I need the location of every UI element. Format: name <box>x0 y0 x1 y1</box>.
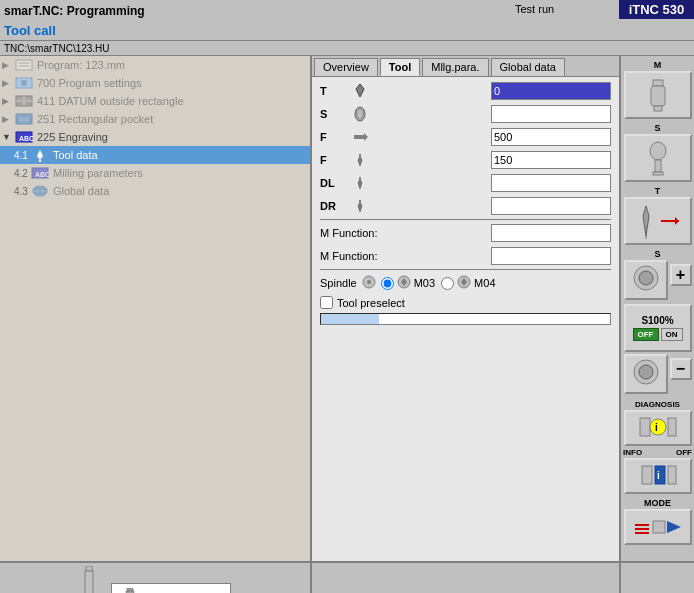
spindle-radio-m03: M03 <box>381 274 435 292</box>
tool-preselect-label: Tool preselect <box>337 297 405 309</box>
tool-preselect-checkbox[interactable] <box>320 296 333 309</box>
s-label: S <box>320 108 350 120</box>
tree-item-0[interactable]: ▶ Program: 123.mm <box>0 56 310 74</box>
s-button[interactable] <box>624 134 692 182</box>
tree-item-1[interactable]: ▶ 700 Program settings <box>0 74 310 92</box>
spindle-m03-radio[interactable] <box>381 277 394 290</box>
on-button[interactable]: ON <box>661 328 683 341</box>
m-func2-row: M Function: <box>320 246 611 266</box>
tree-icon-pocket <box>14 111 34 127</box>
spindle-label: Spindle <box>320 277 357 289</box>
svg-rect-62 <box>85 571 93 593</box>
m-func2-input[interactable] <box>491 247 611 265</box>
svg-rect-59 <box>653 521 665 533</box>
tree-item-3[interactable]: ▶ 251 Rectangular pocket <box>0 110 310 128</box>
f1-row: F 500 <box>320 127 611 147</box>
svg-marker-40 <box>643 206 649 236</box>
dr-row: DR <box>320 196 611 216</box>
s2-button[interactable] <box>624 260 668 300</box>
m-func1-label: M Function: <box>320 227 377 239</box>
tree-icon-settings <box>14 75 34 91</box>
tree-icon-abc-4: ABC <box>14 129 34 145</box>
svg-rect-39 <box>653 172 663 175</box>
tool-card-icon <box>120 588 140 594</box>
tree-label-3: 251 Rectangular pocket <box>37 113 153 125</box>
mode-button[interactable] <box>624 509 692 545</box>
svg-marker-23 <box>364 133 368 141</box>
tree-icon-lines <box>14 57 34 73</box>
progress-fill <box>321 314 379 324</box>
svg-rect-9 <box>19 117 29 122</box>
tool-preselect-row: Tool preselect <box>320 296 611 309</box>
tab-overview[interactable]: Overview <box>314 58 378 76</box>
tree-label-4-1: Tool data <box>53 149 98 161</box>
speed-label: S100% <box>641 315 673 326</box>
tree-label-2: 411 DATUM outside rectangle <box>37 95 184 107</box>
tab-global[interactable]: Global data <box>491 58 565 76</box>
m03-label: M03 <box>414 277 435 289</box>
s3-button[interactable] <box>624 354 668 394</box>
tree-item-4[interactable]: ▼ ABC 225 Engraving <box>0 128 310 146</box>
s2-section-label: S <box>623 249 692 259</box>
dl-input[interactable] <box>491 174 611 192</box>
tree-item-4-1[interactable]: 4.1 Tool data <box>0 146 310 164</box>
tree-icon-tool-4-1 <box>30 147 50 163</box>
dr-label: DR <box>320 200 350 212</box>
s-icon <box>350 106 370 122</box>
tree-expand-2: ▶ <box>2 96 14 106</box>
path-display: TNC:\smarTNC\123.HU <box>4 43 110 54</box>
t-right-button[interactable] <box>624 197 692 245</box>
info-button[interactable]: i <box>624 458 692 494</box>
tree-label-0: Program: 123.mm <box>37 59 125 71</box>
tree-expand-0: ▶ <box>2 60 14 70</box>
minus-button[interactable]: − <box>670 358 692 380</box>
tree-label-1: 700 Program settings <box>37 77 142 89</box>
tree-label-4-2: Milling parameters <box>53 167 143 179</box>
tree-item-4-3[interactable]: 4.3 Global data <box>0 182 310 200</box>
svg-point-45 <box>639 271 653 285</box>
svg-marker-12 <box>37 150 43 160</box>
svg-marker-19 <box>356 84 364 97</box>
right-panel: M S T <box>619 56 694 561</box>
tree-item-2[interactable]: ▶ 411 DATUM outside rectangle <box>0 92 310 110</box>
tool-preview-area: Number ..... Name "..." <box>0 561 312 593</box>
tree-icon-globe-4-3 <box>30 183 50 199</box>
progress-bar <box>320 313 611 325</box>
svg-marker-60 <box>667 521 681 533</box>
svg-point-21 <box>358 110 362 118</box>
m-button[interactable] <box>624 71 692 119</box>
plus-button[interactable]: + <box>670 264 692 286</box>
app-title: smarT.NC: Programming <box>4 4 145 18</box>
s-input[interactable] <box>491 105 611 123</box>
svg-marker-26 <box>358 179 362 189</box>
off2-label: OFF <box>676 448 692 457</box>
svg-point-47 <box>639 365 653 379</box>
t-input[interactable]: 0 <box>491 82 611 100</box>
diagnosis-button[interactable]: i <box>624 410 692 446</box>
m-func1-input[interactable] <box>491 224 611 242</box>
m-section-label: M <box>623 60 692 70</box>
svg-rect-52 <box>642 466 652 484</box>
off-button[interactable]: OFF <box>633 328 659 341</box>
itnc-label: iTNC 530 <box>619 0 694 19</box>
spindle-icon <box>361 274 377 292</box>
f1-input[interactable]: 500 <box>491 128 611 146</box>
svg-marker-24 <box>358 156 362 166</box>
dr-input[interactable] <box>491 197 611 215</box>
svg-rect-38 <box>655 160 661 172</box>
svg-text:i: i <box>657 470 660 481</box>
tool-drill-svg <box>79 566 99 593</box>
f2-row: F 150 <box>320 150 611 170</box>
svg-rect-48 <box>640 418 650 436</box>
form-content: T 0 S F <box>312 77 619 561</box>
tree-expand-3: ▶ <box>2 114 14 124</box>
t-icon <box>350 83 370 99</box>
spindle-m04-radio[interactable] <box>441 277 454 290</box>
f2-input[interactable]: 150 <box>491 151 611 169</box>
tree-label-4: 225 Engraving <box>37 131 108 143</box>
tree-item-4-2[interactable]: 4.2 ABC Milling parameters <box>0 164 310 182</box>
svg-rect-64 <box>127 588 133 591</box>
tab-tool[interactable]: Tool <box>380 58 420 76</box>
speed-control: S100% OFF ON <box>624 304 692 352</box>
tab-mllg[interactable]: Mllg.para. <box>422 58 488 76</box>
